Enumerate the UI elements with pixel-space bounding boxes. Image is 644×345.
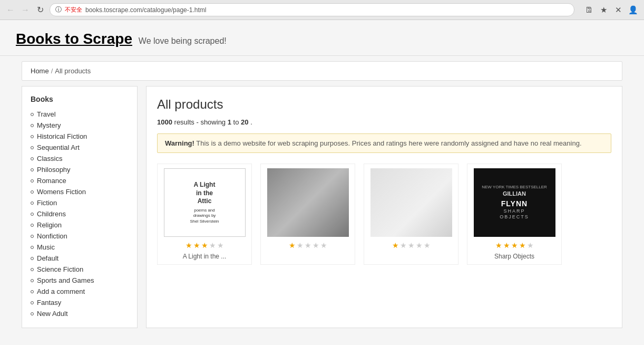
sidebar-item[interactable]: Religion [31, 219, 129, 231]
content-area: Books TravelMysteryHistorical FictionSeq… [22, 86, 622, 328]
bullet-icon [31, 279, 34, 282]
sidebar-item[interactable]: Historical Fiction [31, 131, 129, 142]
bookmark-icon[interactable]: ★ [598, 4, 609, 16]
security-label: 不安全 [65, 6, 82, 14]
sidebar-item-label: Mystery [37, 121, 61, 129]
product-image: A Lightin theAttic poems anddrawings byS… [164, 168, 246, 237]
site-header: Books to Scrape We love being scraped! [0, 20, 644, 56]
results-to: to [233, 118, 241, 126]
sidebar-item[interactable]: Music [31, 242, 129, 253]
book4-text: NEW YORK TIMES BESTSELLER GILLIAN FLYNN … [479, 181, 550, 224]
product-image: NEW YORK TIMES BESTSELLER GILLIAN FLYNN … [474, 168, 555, 237]
book-cover-text: A Lightin theAttic poems anddrawings byS… [188, 179, 221, 226]
bullet-icon [31, 235, 34, 238]
results-info: 1000 results - showing 1 to 20 . [157, 118, 611, 126]
product-card[interactable]: A Lightin theAttic poems anddrawings byS… [157, 164, 252, 265]
product-image [267, 168, 349, 237]
bullet-icon [31, 301, 34, 304]
star-icon: ★ [201, 241, 208, 250]
back-button[interactable]: ← [5, 5, 16, 15]
product-card[interactable]: ★★★★★ [364, 164, 458, 265]
breadcrumb-home[interactable]: Home [31, 67, 49, 75]
bullet-icon [31, 124, 34, 127]
warning-box: Warning! This is a demo website for web … [157, 133, 611, 153]
product-card[interactable]: NEW YORK TIMES BESTSELLER GILLIAN FLYNN … [467, 164, 562, 265]
main-container: Home / All products Books TravelMysteryH… [11, 61, 633, 328]
sidebar-item[interactable]: Science Fiction [31, 264, 129, 275]
bullet-icon [31, 168, 34, 171]
bullet-icon [31, 202, 34, 205]
browser-chrome: ← → ↻ ⓘ 不安全 books.toscrape.com/catalogue… [0, 0, 644, 20]
star-icon: ★ [495, 241, 502, 250]
bullet-icon [31, 246, 34, 249]
bullet-icon [31, 290, 34, 293]
breadcrumb: Home / All products [22, 61, 622, 81]
star-icon: ★ [392, 241, 399, 250]
profile-icon[interactable]: 👤 [627, 4, 639, 16]
sidebar-heading: Books [31, 95, 129, 103]
sidebar-item[interactable]: New Adult [31, 308, 129, 319]
sidebar-item-label: Sequential Art [37, 143, 80, 151]
star-icon: ★ [297, 241, 304, 250]
star-rating: ★★★★★ [186, 241, 224, 250]
sidebar-item-label: Womens Fiction [37, 188, 86, 196]
translate-icon[interactable]: 🖺 [583, 4, 594, 16]
star-icon: ★ [416, 241, 423, 250]
sidebar-item[interactable]: Classics [31, 153, 129, 164]
star-icon: ★ [519, 241, 526, 250]
info-icon: ⓘ [55, 5, 62, 14]
sidebar-item-label: Default [37, 254, 58, 262]
url-text: books.toscrape.com/catalogue/page-1.html [85, 6, 206, 14]
sidebar-item[interactable]: Philosophy [31, 164, 129, 175]
product-image [370, 168, 452, 237]
star-icon: ★ [408, 241, 415, 250]
sidebar-category-list: TravelMysteryHistorical FictionSequentia… [31, 109, 129, 319]
results-text: results - showing [174, 118, 228, 126]
sidebar-item[interactable]: Default [31, 253, 129, 264]
results-period: . [250, 118, 252, 126]
sidebar-item-label: Classics [37, 155, 62, 162]
product-name: Sharp Objects [494, 253, 534, 260]
star-icon: ★ [527, 241, 534, 250]
sidebar-item-label: Add a comment [37, 287, 85, 295]
bullet-icon [31, 157, 34, 160]
product-card[interactable]: ★★★★★ [260, 164, 355, 265]
star-icon: ★ [193, 241, 200, 250]
sidebar-item-label: Music [37, 243, 55, 251]
sidebar-item[interactable]: Fantasy [31, 297, 129, 308]
bullet-icon [31, 268, 34, 271]
sidebar-item[interactable]: Sports and Games [31, 275, 129, 286]
sidebar-item[interactable]: Mystery [31, 120, 129, 131]
star-icon: ★ [209, 241, 216, 250]
sidebar: Books TravelMysteryHistorical FictionSeq… [22, 86, 138, 328]
site-title[interactable]: Books to Scrape [16, 31, 132, 47]
star-icon: ★ [320, 241, 327, 250]
main-content: All products 1000 results - showing 1 to… [146, 86, 622, 328]
page-wrapper: Books to Scrape We love being scraped! H… [0, 20, 644, 345]
bullet-icon [31, 146, 34, 149]
sidebar-item-label: Romance [37, 177, 66, 185]
sidebar-item[interactable]: Add a comment [31, 286, 129, 297]
sidebar-item-label: Nonfiction [37, 232, 67, 240]
star-icon: ★ [313, 241, 319, 250]
sidebar-item[interactable]: Romance [31, 175, 129, 186]
sidebar-item[interactable]: Fiction [31, 197, 129, 208]
sidebar-item[interactable]: Travel [31, 109, 129, 120]
sidebar-item-label: Childrens [37, 210, 66, 218]
sidebar-item-label: Fiction [37, 199, 57, 207]
sidebar-item[interactable]: Womens Fiction [31, 186, 129, 197]
forward-button[interactable]: → [20, 5, 31, 15]
sidebar-item-label: New Adult [37, 310, 68, 318]
sidebar-item[interactable]: Childrens [31, 208, 129, 219]
address-bar[interactable]: ⓘ 不安全 books.toscrape.com/catalogue/page-… [50, 3, 574, 16]
warning-label: Warning! [165, 139, 194, 147]
extensions-icon[interactable]: ✕ [612, 4, 624, 16]
breadcrumb-separator: / [51, 67, 53, 75]
star-icon: ★ [289, 241, 296, 250]
results-start: 1 [228, 118, 231, 126]
sidebar-item[interactable]: Nonfiction [31, 231, 129, 242]
bullet-icon [31, 312, 34, 315]
sidebar-item[interactable]: Sequential Art [31, 142, 129, 153]
refresh-button[interactable]: ↻ [35, 5, 45, 15]
star-icon: ★ [400, 241, 407, 250]
